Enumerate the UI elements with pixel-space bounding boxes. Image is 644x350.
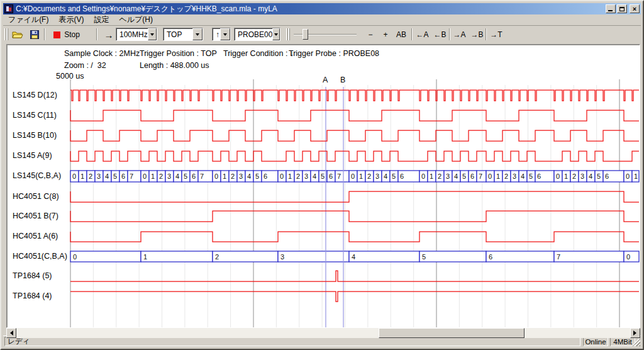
sample-clock-value: 100MHz <box>116 30 148 39</box>
menu-settings[interactable]: 設定 <box>89 14 114 26</box>
toolbar: Stop → 100MHz TOP ↑ PROBE00 − + AB ←A ←B <box>1 25 643 44</box>
dropdown-button[interactable] <box>192 28 203 40</box>
dropdown-button[interactable] <box>220 28 230 40</box>
resize-grip[interactable] <box>633 339 640 346</box>
title-bar[interactable]: C:¥Documents and Settings¥noname¥デスクトップ¥… <box>3 3 641 14</box>
app-icon <box>4 4 13 13</box>
cursor-a-left-button[interactable]: ←A <box>414 28 431 42</box>
toolbar-separator <box>411 28 413 40</box>
maximize-icon <box>619 7 625 11</box>
minimize-button[interactable] <box>606 4 616 13</box>
maximize-button[interactable] <box>617 4 627 13</box>
status-ready-text: レディ <box>8 337 30 346</box>
channel-label: HC4051 B(7) <box>13 212 58 220</box>
info-length: Length : 488.000 us <box>140 61 209 70</box>
minimize-icon <box>608 10 613 11</box>
goto-trigger-button[interactable]: →T <box>487 28 505 42</box>
chevron-down-icon <box>223 33 227 38</box>
trigger-edge-combo[interactable]: ↑ <box>212 28 231 41</box>
zoom-slider-thumb[interactable] <box>303 29 308 40</box>
trigger-edge-value: ↑ <box>213 30 219 39</box>
cursor-a-label[interactable]: A <box>323 76 328 84</box>
cursor-b-label[interactable]: B <box>340 76 345 84</box>
close-button[interactable]: × <box>630 4 640 13</box>
chevron-down-icon <box>274 33 278 38</box>
menu-help[interactable]: ヘルプ(H) <box>114 14 158 26</box>
save-button[interactable] <box>26 28 43 42</box>
toolbar-separator <box>486 28 487 40</box>
channel-label: HC4051(C,B,A) <box>13 252 67 261</box>
trigger-probe-value: PROBE00 <box>235 30 272 39</box>
zoom-out-button[interactable]: − <box>364 28 377 42</box>
run-button[interactable]: → <box>100 28 118 42</box>
app-window: C:¥Documents and Settings¥noname¥デスクトップ¥… <box>0 0 644 350</box>
info-zoom: Zoom : / 32 <box>64 61 106 70</box>
zoom-in-button[interactable]: + <box>379 28 392 42</box>
channel-label: HC4051 A(6) <box>13 232 58 240</box>
toolbar-separator <box>449 28 450 40</box>
cursor-b-left-button[interactable]: ←B <box>431 28 448 42</box>
cursor-b-right-button[interactable]: →B <box>469 28 486 42</box>
channel-label: LS145(C,B,A) <box>13 171 61 180</box>
toolbar-grip[interactable] <box>4 28 6 40</box>
channel-label: TP1684 (4) <box>13 291 52 300</box>
waveform-client-area <box>6 44 640 328</box>
scroll-right-button[interactable] <box>630 328 640 338</box>
menu-view[interactable]: 表示(V) <box>53 14 89 26</box>
dropdown-button[interactable] <box>272 28 280 40</box>
stop-label: Stop <box>64 30 80 39</box>
stop-button[interactable]: Stop <box>49 28 84 42</box>
arrow-right-icon <box>633 330 639 336</box>
channel-label: LS145 D(12) <box>13 91 57 99</box>
channel-label: HC4051 C(8) <box>13 192 59 201</box>
trigger-position-value: TOP <box>164 30 182 39</box>
info-trigger-condition: Trigger Condition : ↓ <box>223 49 294 58</box>
toolbar-grip[interactable] <box>286 28 288 40</box>
trigger-probe-combo[interactable]: PROBE00 <box>234 28 280 41</box>
sample-clock-combo[interactable]: 100MHz <box>116 28 157 41</box>
status-memory-panel: 4MBit <box>610 337 635 346</box>
open-folder-icon <box>12 30 23 39</box>
status-ready-panel: レディ <box>4 337 580 346</box>
ruler-division-label: 5000 us <box>56 72 84 81</box>
menu-file[interactable]: ファイル(F) <box>3 14 53 26</box>
window-title: C:¥Documents and Settings¥noname¥デスクトップ¥… <box>16 4 277 14</box>
trigger-position-combo[interactable]: TOP <box>163 28 203 41</box>
status-online-panel: Online <box>583 337 608 346</box>
save-floppy-icon <box>30 30 39 39</box>
status-memory-text: 4MBit <box>613 338 631 346</box>
scrollbar-thumb[interactable] <box>379 328 525 338</box>
open-file-button[interactable] <box>9 28 26 42</box>
channel-label: LS145 B(10) <box>13 131 57 140</box>
stop-icon <box>53 31 60 38</box>
arrow-left-icon <box>8 330 13 336</box>
status-online-text: Online <box>585 338 606 346</box>
chevron-down-icon <box>150 33 154 38</box>
horizontal-scrollbar[interactable] <box>6 328 640 338</box>
cursor-a-right-button[interactable]: →A <box>451 28 468 42</box>
channel-label: LS145 A(9) <box>13 151 52 160</box>
scroll-left-button[interactable] <box>6 328 16 338</box>
ab-button[interactable]: AB <box>392 28 410 42</box>
info-sample-clock: Sample Clock : 2MHz <box>64 49 140 58</box>
toolbar-separator <box>96 28 97 40</box>
menu-bar: ファイル(F) 表示(V) 設定 ヘルプ(H) <box>3 14 641 25</box>
channel-label: TP1684 (5) <box>13 271 52 280</box>
dropdown-button[interactable] <box>148 28 157 40</box>
info-trigger-position: Trigger Position : TOP <box>140 49 217 58</box>
toolbar-separator <box>44 28 45 40</box>
info-trigger-probe: Trigger Probe : PROBE08 <box>289 49 379 58</box>
chevron-down-icon <box>196 33 199 38</box>
channel-label: LS145 C(11) <box>13 111 57 120</box>
